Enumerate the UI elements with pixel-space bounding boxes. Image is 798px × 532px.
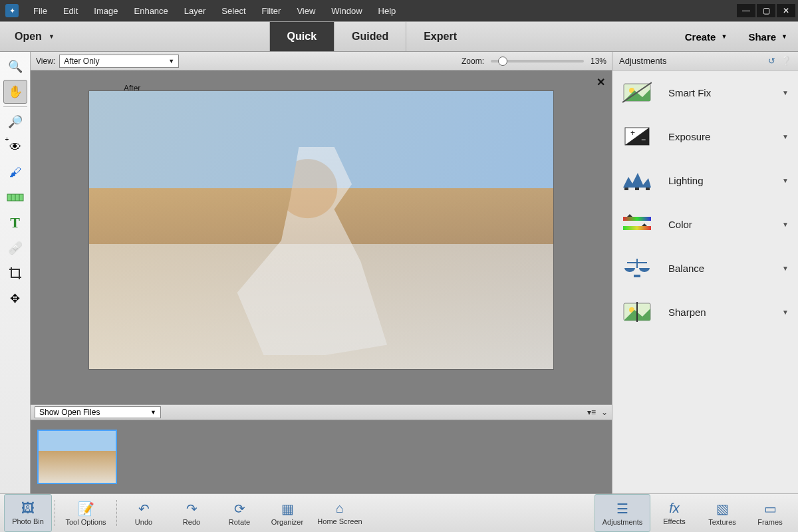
window-close[interactable]: ✕: [777, 4, 795, 17]
adjustments-panel: Adjustments ↺ ❔ Smart Fix ▼ +− Exposure …: [612, 52, 798, 493]
zoom-tool[interactable]: 🔍: [3, 55, 27, 78]
svg-text:−: −: [641, 135, 646, 144]
crop-tool[interactable]: [3, 261, 27, 285]
share-button[interactable]: Share▼: [737, 22, 798, 51]
view-label: View:: [36, 57, 55, 66]
document-canvas[interactable]: [88, 90, 554, 370]
photo-bin: [31, 420, 612, 493]
quick-select-tool[interactable]: 🔎: [3, 110, 27, 134]
open-button[interactable]: Open ▼: [0, 22, 69, 51]
bb-label: Undo: [135, 518, 152, 526]
balance-icon: [622, 255, 652, 281]
adj-color[interactable]: Color ▼: [612, 202, 798, 246]
menu-enhance[interactable]: Enhance: [126, 0, 176, 21]
bb-adjustments[interactable]: ☰Adjustments: [595, 494, 650, 532]
tool-options-icon: 📝: [78, 501, 94, 517]
adj-label: Balance: [668, 263, 766, 274]
panel-collapse-icon[interactable]: ⌄: [601, 408, 608, 417]
adj-smart-fix[interactable]: Smart Fix ▼: [612, 70, 798, 114]
svg-rect-19: [634, 275, 640, 277]
chevron-down-icon: ▼: [168, 58, 174, 65]
adjustments-title: Adjustments: [619, 56, 667, 66]
menu-layer[interactable]: Layer: [176, 0, 214, 21]
panel-menu-icon[interactable]: ▾≡: [587, 408, 596, 417]
create-button[interactable]: Create▼: [674, 22, 738, 51]
move-tool[interactable]: ✥: [3, 287, 27, 311]
undo-icon: ↶: [138, 501, 150, 517]
chevron-down-icon: ▼: [782, 89, 789, 96]
bb-effects[interactable]: fxEffects: [650, 494, 698, 532]
open-label: Open: [15, 31, 42, 43]
bb-redo[interactable]: ↷Redo: [168, 494, 215, 532]
adj-label: Exposure: [668, 131, 766, 142]
hand-tool[interactable]: ✋: [3, 80, 27, 104]
menu-help[interactable]: Help: [370, 0, 404, 21]
svg-rect-11: [635, 188, 639, 190]
adj-exposure[interactable]: +− Exposure ▼: [612, 114, 798, 158]
tab-guided[interactable]: Guided: [334, 22, 406, 51]
bb-textures[interactable]: ▧Textures: [698, 494, 746, 532]
menu-filter[interactable]: Filter: [254, 0, 289, 21]
tab-expert[interactable]: Expert: [406, 22, 474, 51]
chevron-down-icon: ▼: [150, 409, 156, 416]
help-icon[interactable]: ❔: [781, 56, 791, 66]
bb-rotate[interactable]: ⟳Rotate: [215, 494, 263, 532]
close-document-icon[interactable]: ✕: [597, 76, 605, 88]
share-label: Share: [748, 31, 776, 43]
window-controls: — ▢ ✕: [737, 4, 798, 17]
thumbnail-1[interactable]: [37, 430, 117, 484]
view-strip: View: After Only ▼ Zoom: 13%: [31, 52, 612, 70]
zoom-slider-thumb[interactable]: [498, 57, 507, 66]
bb-label: Effects: [663, 517, 685, 525]
open-files-label: Show Open Files: [39, 408, 100, 417]
type-tool[interactable]: T: [3, 211, 27, 235]
bb-undo[interactable]: ↶Undo: [120, 494, 168, 532]
adj-label: Sharpen: [668, 307, 766, 318]
adj-lighting[interactable]: Lighting ▼: [612, 158, 798, 202]
bb-label: Redo: [183, 518, 200, 526]
window-maximize[interactable]: ▢: [757, 4, 775, 17]
svg-marker-15: [627, 214, 632, 217]
frames-icon: ▭: [764, 501, 777, 517]
bb-tool-options[interactable]: 📝Tool Options: [58, 494, 114, 532]
menu-edit[interactable]: Edit: [55, 0, 86, 21]
healing-tool[interactable]: 🩹: [3, 236, 27, 260]
view-select[interactable]: After Only ▼: [59, 55, 179, 68]
zoom-slider[interactable]: [491, 60, 584, 63]
open-files-strip: Show Open Files ▼ ▾≡ ⌄: [31, 404, 612, 420]
bb-separator: [55, 500, 55, 527]
svg-marker-16: [642, 223, 647, 226]
menu-view[interactable]: View: [289, 0, 323, 21]
menu-window[interactable]: Window: [323, 0, 370, 21]
menu-image[interactable]: Image: [86, 0, 126, 21]
adjustments-header: Adjustments ↺ ❔: [612, 52, 798, 70]
brush-tool[interactable]: 🖌: [3, 160, 27, 184]
window-minimize[interactable]: —: [737, 4, 755, 17]
bb-photo-bin[interactable]: 🖼Photo Bin: [4, 494, 52, 532]
bb-frames[interactable]: ▭Frames: [746, 494, 794, 532]
bb-label: Tool Options: [65, 518, 106, 526]
sharpen-icon: [622, 299, 652, 325]
tool-palette: 🔍 ✋ 🔎 👁+ 🖌 T 🩹 ✥: [0, 52, 31, 493]
menu-select[interactable]: Select: [213, 0, 253, 21]
textures-icon: ▧: [716, 501, 729, 517]
photo-bin-icon: 🖼: [21, 501, 35, 516]
reset-icon[interactable]: ↺: [768, 56, 775, 66]
bb-organizer[interactable]: ▦Organizer: [263, 494, 311, 532]
tab-quick[interactable]: Quick: [269, 22, 334, 51]
straighten-tool[interactable]: [3, 186, 27, 209]
open-files-select[interactable]: Show Open Files ▼: [35, 406, 161, 418]
bb-separator: [116, 500, 117, 527]
chevron-down-icon: ▼: [721, 33, 727, 40]
bb-home[interactable]: ⌂Home Screen: [311, 494, 368, 532]
adjustments-icon: ☰: [616, 501, 628, 517]
menu-file[interactable]: File: [25, 0, 55, 21]
adj-balance[interactable]: Balance ▼: [612, 246, 798, 290]
view-value: After Only: [64, 57, 99, 66]
adj-sharpen[interactable]: Sharpen ▼: [612, 290, 798, 334]
eye-tool[interactable]: 👁+: [3, 135, 27, 159]
smart-fix-icon: [622, 79, 652, 106]
bb-label: Home Screen: [317, 517, 362, 525]
bb-label: Photo Bin: [12, 517, 44, 525]
svg-rect-13: [623, 217, 651, 221]
